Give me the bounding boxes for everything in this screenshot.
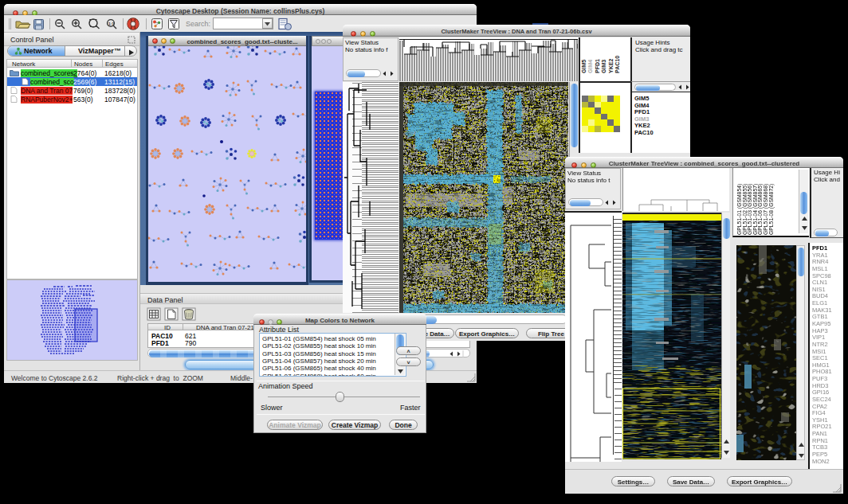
svg-text:1:1: 1:1: [108, 21, 114, 26]
svg-text:Search:: Search:: [186, 20, 210, 28]
